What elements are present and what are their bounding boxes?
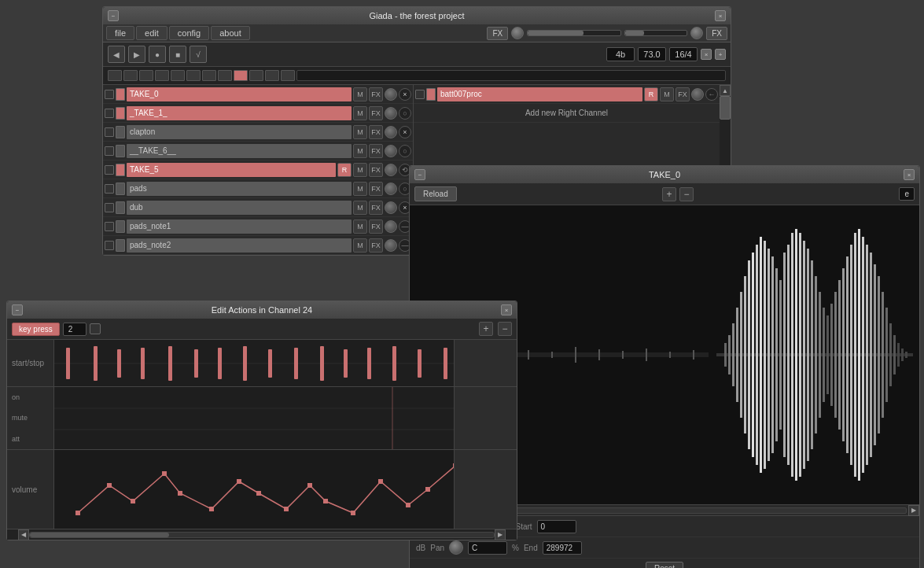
ch-check-7[interactable] xyxy=(105,222,114,231)
ch-knob-0[interactable] xyxy=(385,88,397,101)
ch-m-5[interactable]: M xyxy=(353,182,367,196)
se-close-btn[interactable]: × xyxy=(904,169,915,180)
fx-button-right[interactable]: FX xyxy=(706,27,727,40)
se-pan-knob[interactable] xyxy=(449,540,463,555)
se-end-value[interactable]: 289972 xyxy=(543,541,582,555)
ch-status-1[interactable]: ○ xyxy=(399,107,411,120)
right-ch-m[interactable]: M xyxy=(660,87,674,101)
se-pan-value[interactable]: C xyxy=(468,541,507,555)
right-ch-back[interactable]: ← xyxy=(705,88,718,101)
right-ch-fx[interactable]: FX xyxy=(676,87,690,101)
start-stop-grid[interactable] xyxy=(54,340,454,386)
fx-knob2[interactable] xyxy=(690,27,703,39)
right-ch-r[interactable]: R xyxy=(644,87,658,101)
ea-sub-btn[interactable]: − xyxy=(498,322,512,336)
ch-status-3[interactable]: ○ xyxy=(399,145,411,157)
ea-number-input[interactable]: 2 xyxy=(63,323,87,336)
scroll-thumb[interactable] xyxy=(720,96,731,120)
on-mute-grid[interactable] xyxy=(54,387,454,449)
ch-m-1[interactable]: M xyxy=(353,106,367,120)
ch-m-2[interactable]: M xyxy=(353,125,367,139)
beat-7[interactable] xyxy=(218,70,232,81)
ch-status-0[interactable]: × xyxy=(399,88,411,101)
ch-name-4[interactable]: TAKE_5 xyxy=(127,163,336,177)
ch-check-4[interactable] xyxy=(105,165,114,175)
beat-2[interactable] xyxy=(139,70,153,81)
ch-check-2[interactable] xyxy=(105,127,114,137)
rewind-btn[interactable]: ◀ xyxy=(108,46,125,63)
ch-knob-2[interactable] xyxy=(385,126,397,138)
stop-btn[interactable]: ■ xyxy=(169,46,186,63)
se-plus-btn[interactable]: + xyxy=(662,187,676,201)
ch-knob-3[interactable] xyxy=(385,145,397,157)
menu-about[interactable]: about xyxy=(211,26,250,40)
ch-fx-0[interactable]: FX xyxy=(369,87,383,101)
ch-knob-1[interactable] xyxy=(385,107,397,120)
time-sig-display[interactable]: 16/4 xyxy=(669,47,698,61)
fx-knob[interactable] xyxy=(511,27,524,39)
ch-name-3[interactable]: __TAKE_6__ xyxy=(127,144,352,158)
metronome-btn[interactable]: √ xyxy=(190,46,207,63)
ch-fx-6[interactable]: FX xyxy=(369,201,383,215)
menu-edit[interactable]: edit xyxy=(136,26,167,40)
main-minimize-btn[interactable]: − xyxy=(108,10,119,21)
se-minimize-btn[interactable]: − xyxy=(414,169,425,180)
volume-grid[interactable] xyxy=(54,450,454,529)
ch-check-8[interactable] xyxy=(105,241,114,250)
ea-scroll-left[interactable]: ◀ xyxy=(18,529,29,540)
ch-name-0[interactable]: TAKE_0 xyxy=(127,87,352,101)
ch-status-2[interactable]: × xyxy=(399,126,411,138)
ch-fx-1[interactable]: FX xyxy=(369,106,383,120)
menu-config[interactable]: config xyxy=(169,26,209,40)
ts-close-btn[interactable]: × xyxy=(701,49,712,60)
ch-m-4[interactable]: M xyxy=(353,163,367,177)
ch-check-6[interactable] xyxy=(105,203,114,212)
ch-knob-8[interactable] xyxy=(385,239,397,252)
ea-add-btn[interactable]: + xyxy=(479,322,493,336)
ch-check-5[interactable] xyxy=(105,184,114,194)
ch-fx-5[interactable]: FX xyxy=(369,182,383,196)
ea-scroll-right[interactable]: ▶ xyxy=(495,529,506,540)
ch-check-1[interactable] xyxy=(105,109,114,118)
ch-knob-5[interactable] xyxy=(385,183,397,195)
beat-5[interactable] xyxy=(186,70,201,81)
beat-4[interactable] xyxy=(171,70,185,81)
ch-name-5[interactable]: pads xyxy=(127,182,352,196)
ch-fx-4[interactable]: FX xyxy=(369,163,383,177)
menu-file[interactable]: file xyxy=(106,26,134,40)
beats-display[interactable]: 4b xyxy=(606,47,635,61)
ch-name-2[interactable]: clapton xyxy=(127,125,352,139)
fx-button-left[interactable]: FX xyxy=(487,27,508,40)
play-btn[interactable]: ▶ xyxy=(128,46,145,63)
reload-btn[interactable]: Reload xyxy=(414,186,457,201)
reset-btn[interactable]: Reset xyxy=(646,562,683,568)
key-press-btn[interactable]: key press xyxy=(12,323,60,336)
beat-11[interactable] xyxy=(281,70,295,81)
right-ch-knob[interactable] xyxy=(691,88,704,101)
beat-8[interactable] xyxy=(234,70,248,81)
ch-fx-3[interactable]: FX xyxy=(369,144,383,158)
beat-1[interactable] xyxy=(123,70,138,81)
ch-m-0[interactable]: M xyxy=(353,87,367,101)
ch-knob-4[interactable] xyxy=(385,164,397,176)
ea-close-btn[interactable]: × xyxy=(501,304,512,315)
ch-name-6[interactable]: dub xyxy=(127,201,352,215)
bpm-display[interactable]: 73.0 xyxy=(638,47,666,61)
ch-m-6[interactable]: M xyxy=(353,201,367,215)
ch-r-4[interactable]: R xyxy=(337,163,352,177)
se-minus-btn[interactable]: − xyxy=(679,187,694,201)
ch-knob-6[interactable] xyxy=(385,201,397,214)
ea-hscroll-thumb[interactable] xyxy=(30,533,169,537)
ea-hscroll-track[interactable] xyxy=(29,532,495,538)
ea-minimize-btn[interactable]: − xyxy=(12,304,23,315)
beat-6[interactable] xyxy=(202,70,216,81)
ch-name-1[interactable]: _TAKE_1_ xyxy=(127,106,352,120)
ch-fx-7[interactable]: FX xyxy=(369,219,383,234)
beat-0[interactable] xyxy=(108,70,122,81)
ch-knob-7[interactable] xyxy=(385,220,397,233)
right-ch-check[interactable] xyxy=(415,90,425,99)
ch-check-0[interactable] xyxy=(105,90,114,99)
scroll-up-arrow[interactable]: ▲ xyxy=(720,85,731,96)
ch-m-3[interactable]: M xyxy=(353,144,367,158)
ch-m-7[interactable]: M xyxy=(353,219,367,234)
